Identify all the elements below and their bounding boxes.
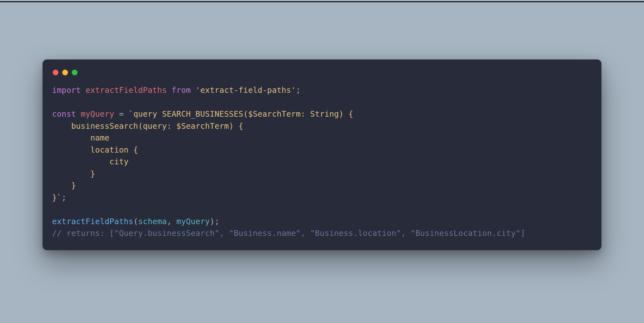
ident-extractFieldPaths: extractFieldPaths [85,86,167,95]
close-icon[interactable] [53,70,58,75]
stage: import extractFieldPaths from 'extract-f… [1,2,643,250]
template-literal-line: location { [52,145,138,155]
comment-returns: // returns: ["Query.businessSearch", "Bu… [52,229,525,238]
code-window: import extractFieldPaths from 'extract-f… [43,59,601,250]
string-module-path: 'extract-field-paths' [196,86,296,95]
code-block: import extractFieldPaths from 'extract-f… [52,84,592,239]
window-traffic-lights [52,67,592,84]
template-literal-line: } [52,181,76,190]
paren-open: ( [133,217,138,226]
semicolon: ; [296,86,301,95]
equals: = [114,109,129,119]
function-call-extractFieldPaths: extractFieldPaths [52,217,133,226]
ident-myQuery: myQuery [81,109,114,119]
semicolon: ; [62,193,66,202]
keyword-from: from [171,86,191,95]
page-frame: import extractFieldPaths from 'extract-f… [0,1,644,250]
template-literal-line: businessSearch(query: $SearchTerm) { [52,121,243,131]
arg-myQuery: myQuery [176,217,210,226]
keyword-const: const [52,109,76,119]
comma: , [167,217,176,226]
keyword-import: import [52,86,81,95]
template-literal-line: } [52,169,95,178]
paren-close: ) [210,217,215,226]
minimize-icon[interactable] [62,70,68,75]
semicolon: ; [215,217,219,226]
template-literal-line: city [52,157,129,166]
template-literal-line: name [52,133,110,142]
template-literal-start: `query SEARCH_BUSINESSES($SearchTerm: St… [129,109,353,119]
template-literal-end: }` [52,193,62,202]
arg-schema: schema [138,217,167,226]
maximize-icon[interactable] [72,70,77,75]
